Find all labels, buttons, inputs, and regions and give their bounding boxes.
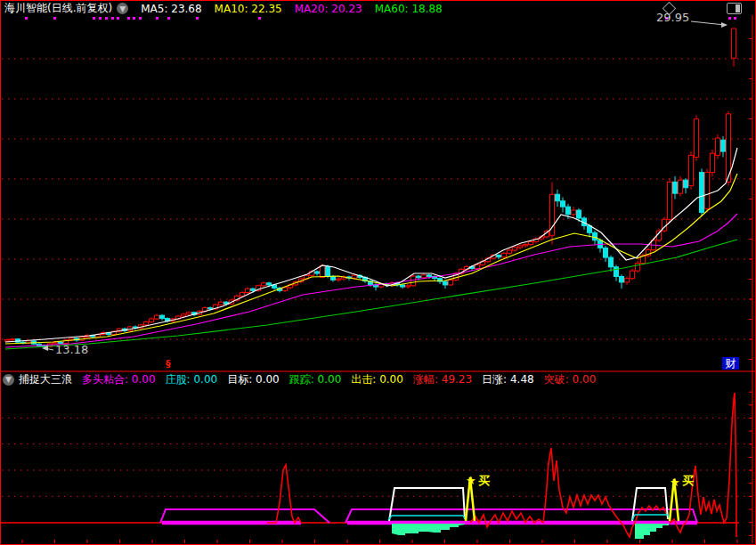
buy-signal-label: 买 (478, 473, 490, 489)
stock-title: 海川智能(日线.前复权) (4, 1, 112, 16)
buy-star-icon: ★ (670, 476, 680, 489)
price-label-high: 29.95 (656, 11, 689, 24)
indicator-field: 涨幅: 49.23 (413, 372, 472, 387)
stock-app-window: 海川智能(日线.前复权) ▼ MA5: 23.68MA10: 22.35MA20… (0, 0, 756, 545)
main-chart-titlebar: 海川智能(日线.前复权) ▼ MA5: 23.68MA10: 22.35MA20… (0, 2, 756, 15)
indicator-titlebar: ▼ 捕捉大三浪 多头粘合: 0.00庄股: 0.00目标: 0.00跟踪: 0.… (0, 373, 756, 386)
collapse-indicator-icon[interactable]: ▼ (3, 374, 14, 386)
indicator-field: 目标: 0.00 (227, 372, 280, 387)
collapse-main-icon[interactable]: ▼ (117, 3, 128, 14)
indicator-field: 突破: 0.00 (544, 372, 597, 387)
ma-labels: MA5: 23.68MA10: 22.35MA20: 20.23MA60: 18… (128, 3, 443, 15)
ma-label: MA60: 18.88 (375, 3, 443, 15)
price-label-low: 13.18 (55, 343, 88, 356)
panel-layout-icon[interactable] (727, 3, 742, 14)
ma-label: MA20: 20.23 (295, 3, 362, 15)
chart-canvas (0, 0, 756, 545)
indicator-field: 日涨: 4.48 (482, 372, 534, 387)
indicator-field: 多头粘合: 0.00 (82, 372, 156, 387)
buy-signal-label: 买 (682, 473, 694, 489)
ma-label: MA10: 22.35 (215, 3, 282, 15)
buy-star-icon: ★ (466, 474, 476, 487)
finance-badge[interactable]: 财 (722, 357, 739, 370)
indicator-title: 捕捉大三浪 (19, 372, 72, 387)
indicator-fields: 多头粘合: 0.00庄股: 0.00目标: 0.00跟踪: 0.00出击: 0.… (72, 372, 596, 387)
ma-label: MA5: 23.68 (141, 3, 201, 15)
indicator-field: 跟踪: 0.00 (289, 372, 342, 387)
indicator-field: 庄股: 0.00 (166, 372, 218, 387)
signal-symbol: § (166, 358, 171, 370)
indicator-field: 出击: 0.00 (351, 372, 403, 387)
